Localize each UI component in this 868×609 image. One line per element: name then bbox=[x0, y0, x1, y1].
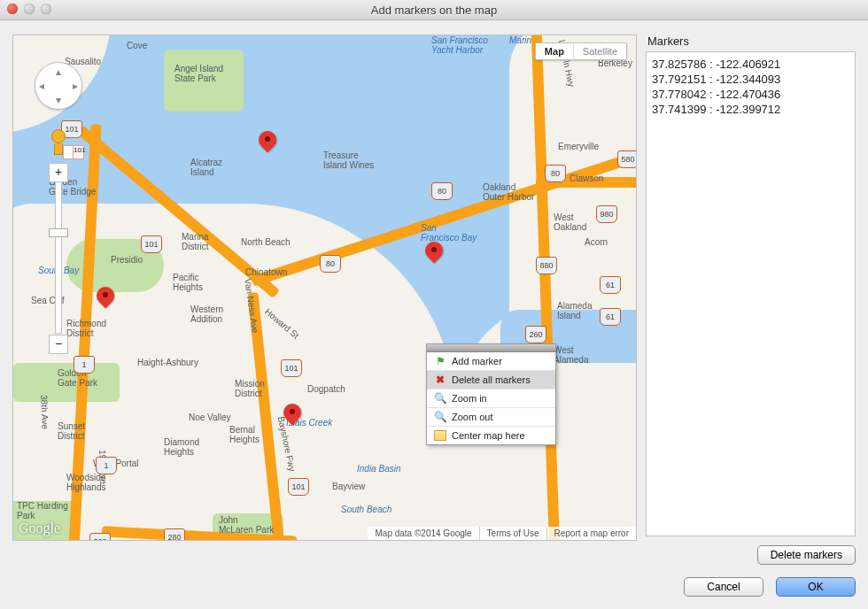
shield-101b: 101 bbox=[141, 235, 162, 253]
map-type-map[interactable]: Map bbox=[536, 43, 573, 59]
map-label-angel-island: Angel Island State Park bbox=[174, 64, 223, 83]
ctx-add-marker[interactable]: ⚑ Add marker bbox=[427, 352, 555, 371]
map-label-south-beach: South Beach bbox=[341, 505, 391, 514]
map-label-tpc: TPC Harding Park bbox=[17, 501, 68, 520]
minimize-button[interactable] bbox=[24, 4, 35, 14]
map-view[interactable]: Angel Island State Park Alcatraz Island … bbox=[12, 35, 637, 541]
ctx-zoom-out[interactable]: 🔍 Zoom out bbox=[427, 408, 555, 427]
map-marker[interactable] bbox=[97, 287, 114, 315]
pin-add-icon: ⚑ bbox=[434, 355, 446, 367]
shield-260: 260 bbox=[525, 326, 546, 343]
map-label-yacht: San Francisco Yacht Harbor bbox=[431, 35, 488, 55]
pan-up-icon[interactable]: ▴ bbox=[56, 66, 61, 78]
map-label-bayview: Bayview bbox=[332, 482, 365, 491]
zoom-out-button[interactable]: − bbox=[49, 335, 68, 354]
map-context-menu: ⚑ Add marker ✖ Delete all markers 🔍 Zoom… bbox=[426, 343, 556, 445]
map-label-noe: Noe Valley bbox=[189, 412, 231, 422]
shield-61: 61 bbox=[600, 276, 621, 294]
map-label-west-alameda: West Alameda bbox=[554, 345, 588, 365]
dialog-footer: Cancel OK bbox=[0, 570, 868, 609]
cancel-button[interactable]: Cancel bbox=[684, 577, 763, 597]
map-label-cove: Cove bbox=[127, 41, 147, 50]
upper-row: Angel Island State Park Alcatraz Island … bbox=[0, 20, 868, 570]
ctx-center-map[interactable]: Center map here bbox=[427, 427, 555, 444]
pan-wheel[interactable]: ▴ ▾ ◂ ▸ bbox=[35, 62, 82, 110]
map-type-satellite[interactable]: Satellite bbox=[573, 43, 626, 59]
pan-left-icon[interactable]: ◂ bbox=[39, 80, 44, 92]
map-label-diamond: Diamond Heights bbox=[164, 437, 199, 457]
map-label-alameda: Alameda Island bbox=[557, 301, 592, 320]
ctx-delete-all-markers[interactable]: ✖ Delete all markers bbox=[427, 371, 555, 389]
ctx-zoom-out-label: Zoom out bbox=[452, 412, 492, 422]
map-label-marina: Marina District bbox=[182, 232, 209, 251]
ctx-center-label: Center map here bbox=[452, 430, 525, 441]
map-label-west-oakland: West Oakland bbox=[554, 212, 586, 232]
zoom-level-indicator: 101 bbox=[63, 145, 84, 159]
map-label-oakland-oh: Oakland Outer Harbor bbox=[483, 182, 534, 202]
delete-icon: ✖ bbox=[434, 374, 446, 386]
shield-61b: 61 bbox=[600, 308, 621, 326]
shield-80c: 80 bbox=[545, 165, 566, 182]
map-label-bernal: Bernal Heights bbox=[229, 425, 260, 444]
ctx-zoom-in[interactable]: 🔍 Zoom in bbox=[427, 389, 555, 408]
pan-right-icon[interactable]: ▸ bbox=[73, 80, 78, 92]
shield-280b: 280 bbox=[89, 533, 111, 541]
shield-80b: 80 bbox=[431, 182, 453, 200]
map-marker[interactable] bbox=[259, 131, 276, 159]
map-terms-link[interactable]: Terms of Use bbox=[479, 527, 546, 540]
map-label-pacific-h: Pacific Heights bbox=[173, 273, 203, 292]
zoom-in-icon: 🔍 bbox=[434, 392, 446, 405]
shield-101c: 101 bbox=[281, 359, 302, 377]
map-label-dogpatch: Dogpatch bbox=[307, 384, 345, 394]
shield-1b: 1 bbox=[74, 356, 95, 374]
side-panel: Markers 37.825786 : -122.406921 37.79215… bbox=[646, 35, 856, 565]
zoom-handle[interactable] bbox=[49, 228, 68, 237]
shield-580: 580 bbox=[617, 150, 637, 168]
delete-markers-button[interactable]: Delete markers bbox=[757, 545, 856, 565]
marker-row[interactable]: 37.792151 : -122.344093 bbox=[652, 73, 849, 88]
side-actions: Delete markers bbox=[646, 545, 856, 565]
map-label-north-beach: North Beach bbox=[241, 237, 291, 247]
content-area: Angel Island State Park Alcatraz Island … bbox=[0, 20, 868, 609]
map-label-mission: Mission District bbox=[235, 379, 265, 398]
map-label-alcatraz: Alcatraz Island bbox=[190, 158, 222, 177]
map-label-38th: 38th Ave bbox=[39, 395, 50, 429]
markers-listbox[interactable]: 37.825786 : -122.406921 37.792151 : -122… bbox=[646, 51, 856, 536]
map-label-sunset: Sunset District bbox=[58, 421, 85, 441]
map-copyright: Map data ©2014 Google bbox=[368, 527, 478, 540]
map-label-clawson: Clawson bbox=[570, 173, 603, 183]
map-label-presidio: Presidio bbox=[111, 255, 143, 265]
ctx-zoom-in-label: Zoom in bbox=[452, 393, 487, 404]
map-attribution: Map data ©2014 Google Terms of Use Repor… bbox=[368, 527, 636, 540]
map-label-acorn: Acorn bbox=[585, 237, 608, 247]
pan-down-icon[interactable]: ▾ bbox=[56, 94, 61, 106]
ok-button[interactable]: OK bbox=[776, 577, 856, 597]
map-label-emeryville: Emeryville bbox=[558, 142, 599, 151]
map-label-marin: Marin bbox=[509, 35, 531, 45]
close-button[interactable] bbox=[7, 4, 18, 14]
map-label-chinatown: Chinatown bbox=[245, 267, 287, 277]
shield-1: 1 bbox=[96, 457, 117, 474]
shield-280: 280 bbox=[164, 528, 185, 541]
marker-row[interactable]: 37.741399 : -122.399712 bbox=[652, 103, 849, 118]
ctx-delete-all-label: Delete all markers bbox=[452, 374, 531, 385]
zoom-track[interactable] bbox=[55, 181, 62, 334]
map-marker[interactable] bbox=[425, 242, 443, 270]
zoom-slider: + − bbox=[49, 163, 68, 354]
nav-controls: ▴ ▾ ◂ ▸ 101 + − bbox=[35, 62, 82, 354]
map-marker[interactable] bbox=[283, 404, 301, 432]
zoom-in-button[interactable]: + bbox=[49, 163, 68, 182]
map-canvas[interactable]: Angel Island State Park Alcatraz Island … bbox=[13, 35, 636, 540]
map-label-india: India Basin bbox=[357, 464, 400, 474]
ctx-add-marker-label: Add marker bbox=[452, 356, 502, 366]
zoom-button[interactable] bbox=[41, 4, 51, 14]
marker-row[interactable]: 37.778042 : -122.470436 bbox=[652, 88, 849, 103]
map-label-sf-bay: San Francisco Bay bbox=[421, 223, 477, 243]
map-report-link[interactable]: Report a map error bbox=[546, 527, 636, 540]
shield-880: 880 bbox=[536, 257, 557, 274]
shield-980: 980 bbox=[596, 205, 617, 223]
map-type-control: Map Satellite bbox=[535, 42, 627, 60]
window-title: Add markers on the map bbox=[371, 4, 497, 17]
shield-80: 80 bbox=[320, 255, 341, 273]
marker-row[interactable]: 37.825786 : -122.406921 bbox=[652, 58, 849, 73]
